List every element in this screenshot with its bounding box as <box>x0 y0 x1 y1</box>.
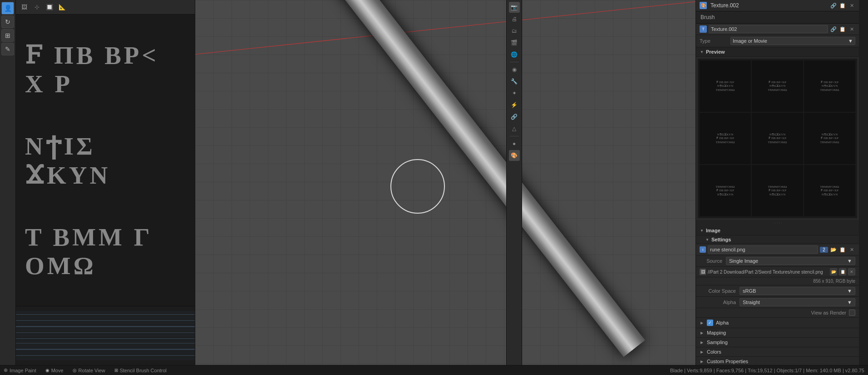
texture-name-input[interactable] <box>709 25 828 33</box>
physics-icon[interactable]: ⚡ <box>509 100 520 110</box>
tool-pencil[interactable]: ✎ <box>1 43 14 55</box>
panel-content: Brush T 🔗 📋 ✕ Type Image or Movie ▼ <box>696 11 859 365</box>
texture-header-icon: 🎨 <box>700 2 707 9</box>
timeline-strip <box>16 306 195 365</box>
filepath-copy-btn[interactable]: 📋 <box>839 268 846 275</box>
dimensions-text: 856 x 910, RGB byte <box>813 279 855 284</box>
alpha-checkbox[interactable]: ✓ <box>707 320 713 326</box>
left-toolbar: 👤 ↻ ⊞ ✎ <box>0 0 16 365</box>
preview-thumb-3: Ϝ ΠΒ ΒΡ<ΧΡΝϮΙΣϪΚΥΝΤΒΜΜΓΟΜΩ <box>804 60 855 112</box>
alpha-section-header[interactable]: ▶ ✓ Alpha <box>696 318 859 328</box>
settings-title: Settings <box>711 237 731 242</box>
snap-icon[interactable]: 🔲 <box>44 2 55 13</box>
dimensions-row: 856 x 910, RGB byte <box>696 277 859 285</box>
scene-icon[interactable]: 🎬 <box>509 37 520 48</box>
source-value-text: Single Image <box>729 258 758 264</box>
mapping-section-title: Mapping <box>707 330 726 335</box>
alpha-chevron: ▼ <box>847 300 852 305</box>
source-row: Source Single Image ▼ <box>696 255 859 267</box>
custom-properties-section[interactable]: ▶ Custom Properties <box>696 357 859 365</box>
data-icon[interactable]: △ <box>509 123 520 134</box>
mapping-section-arrow: ▶ <box>700 330 704 335</box>
move-label: Move <box>51 368 64 373</box>
colors-section[interactable]: ▶ Colors <box>696 347 859 357</box>
alpha-select[interactable]: Straight ▼ <box>740 298 855 306</box>
texture-icon[interactable]: 🎨 <box>509 150 520 161</box>
preview-rune-3: Ϝ ΠΒ ΒΡ<ΧΡΝϮΙΣϪΚΥΝΤΒΜΜΓΟΜΩ <box>820 80 839 92</box>
sampling-section-header[interactable]: ▶ Sampling <box>696 338 859 347</box>
resizer: · · · · · <box>696 220 859 226</box>
filepath-browse-btn[interactable]: 📂 <box>830 268 837 275</box>
image-name-row: I 2 📂 📋 ✕ <box>696 244 859 255</box>
view-as-render-checkbox[interactable] <box>849 310 855 316</box>
texture-link-icon[interactable]: 🔗 <box>830 25 837 33</box>
panel-header: 🎨 Texture.002 🔗 📋 ✕ <box>696 0 859 11</box>
close-icon[interactable]: ✕ <box>848 2 855 9</box>
preview-thumb-2: Ϝ ΠΒ ΒΡ<ΧΡΝϮΙΣϪΚΥΝΤΒΜΜΓΟΜΩ <box>752 60 803 112</box>
move-icon: ◉ <box>45 368 49 373</box>
alpha-section-title: Alpha <box>716 320 729 325</box>
render-icon[interactable]: 📷 <box>509 2 520 13</box>
img-close-icon[interactable]: ✕ <box>848 246 855 253</box>
color-space-select[interactable]: sRGB ▼ <box>740 287 855 295</box>
texture-name-row: T 🔗 📋 ✕ <box>696 24 859 35</box>
preview-thumb-8: ΤΒΜΜΓΟΜΩϜ ΠΒ ΒΡ<ΧΡΝϮΙΣϪΚΥΝ <box>752 165 803 216</box>
texture-canvas: Ϝ ΠΒ ΒΡ< Χ Ρ ΝϮΙΣ ϪΚΥΝ Τ ΒΜΜ Γ ΟΜΩ <box>16 15 195 306</box>
status-bar: ⊕ Image Paint ◉ Move ◎ Rotate View ⊞ Ste… <box>0 365 868 375</box>
view-layer-icon[interactable]: 🗂 <box>509 25 520 36</box>
filepath-close-btn[interactable]: ✕ <box>848 268 855 275</box>
stats-text: Blade | Verts:9,859 | Faces:9,756 | Tris… <box>670 368 864 373</box>
source-chevron: ▼ <box>847 258 852 264</box>
link-icon[interactable]: 🔗 <box>830 2 837 9</box>
type-select[interactable]: Image or Movie ▼ <box>730 37 855 45</box>
sampling-section: ▶ Sampling <box>696 338 859 347</box>
image-name-input[interactable] <box>708 245 818 254</box>
stencil-item: ⊞ Stencil Brush Control <box>114 368 167 373</box>
image-section-header[interactable]: ▼ Image <box>696 226 859 235</box>
alpha-label: Alpha <box>700 300 736 305</box>
panel-header-icons: 🔗 📋 ✕ <box>830 2 855 9</box>
source-select[interactable]: Single Image ▼ <box>726 257 855 265</box>
preview-grid-section: Ϝ ΠΒ ΒΡ<ΧΡΝϮΙΣϪΚΥΝΤΒΜΜΓΟΜΩ Ϝ ΠΒ ΒΡ<ΧΡΝϮΙ… <box>696 57 859 220</box>
preview-thumb-6: ΝϮΙΣϪΚΥΝϜ ΠΒ ΒΡ<ΧΡΤΒΜΜΓΟΜΩ <box>804 113 855 164</box>
img-copy-icon[interactable]: 📋 <box>839 246 846 253</box>
mapping-section-header[interactable]: ▶ Mapping <box>696 328 859 337</box>
world-icon[interactable]: 🌐 <box>509 49 520 60</box>
object-icon[interactable]: ◉ <box>509 64 520 75</box>
tool-person[interactable]: 👤 <box>1 2 14 15</box>
preview-thumb-7: ΤΒΜΜΓΟΜΩϜ ΠΒ ΒΡ<ΧΡΝϮΙΣϪΚΥΝ <box>700 165 751 216</box>
img-icon[interactable]: 🖼 <box>19 2 30 13</box>
rotate-icon: ◎ <box>73 368 77 373</box>
preview-rune-5: ΝϮΙΣϪΚΥΝϜ ΠΒ ΒΡ<ΧΡΤΒΜΜΓΟΜΩ <box>768 133 787 144</box>
img-open-icon[interactable]: 📂 <box>830 246 837 253</box>
output-icon[interactable]: 🖨 <box>509 14 520 25</box>
3d-viewport[interactable]: 👁 ● ⊕ ⊛ <box>195 0 695 365</box>
filepath-row: 🖼 //Part 2 Download/Part 2/Sword Texture… <box>696 267 859 277</box>
transform-icon[interactable]: ⊹ <box>31 2 42 13</box>
tool-rotate[interactable]: ↻ <box>1 15 14 28</box>
strip-divider <box>510 62 519 62</box>
rotate-view-item: ◎ Rotate View <box>73 368 105 373</box>
left-view-topbar: 🖼 ⊹ 🔲 📐 <box>16 0 195 15</box>
custom-props-arrow: ▶ <box>700 359 704 364</box>
image-type-icon: I <box>700 246 706 253</box>
waveform-area <box>16 306 195 365</box>
user-count-badge[interactable]: 2 <box>820 247 828 253</box>
texture-copy-icon[interactable]: 📋 <box>839 25 846 33</box>
preview-section-header[interactable]: ▼ Preview <box>696 47 859 57</box>
texture-close-icon[interactable]: ✕ <box>848 25 855 33</box>
tool-grid[interactable]: ⊞ <box>1 29 14 42</box>
rune-line-1: Ϝ ΠΒ ΒΡ< Χ Ρ <box>25 40 186 98</box>
material-icon[interactable]: ● <box>509 138 520 149</box>
copy-icon[interactable]: 📋 <box>839 2 846 9</box>
rotate-view-label: Rotate View <box>79 368 105 373</box>
preview-title: Preview <box>706 49 725 55</box>
stencil-label: Stencil Brush Control <box>120 368 167 373</box>
constraints-icon[interactable]: 🔗 <box>509 111 520 122</box>
modifier-icon[interactable]: 🔧 <box>509 76 520 87</box>
sampling-section-title: Sampling <box>707 340 728 345</box>
settings-header[interactable]: ▼ Settings <box>696 235 859 244</box>
props-icon[interactable]: 📐 <box>57 2 68 13</box>
type-row: Type Image or Movie ▼ <box>696 35 859 47</box>
particles-icon[interactable]: ✦ <box>509 88 520 99</box>
